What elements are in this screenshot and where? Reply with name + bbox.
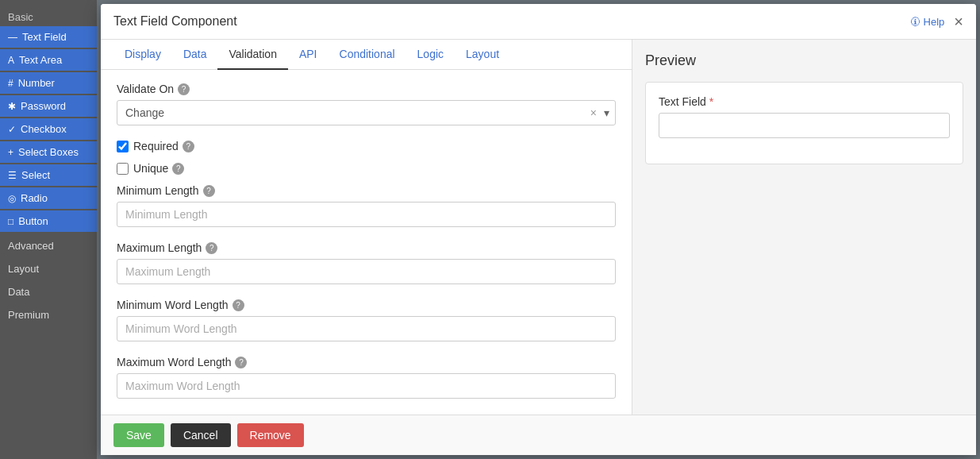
help-link[interactable]: 🛈 Help xyxy=(910,16,945,28)
sidebar-item-number[interactable]: # Number xyxy=(0,72,97,94)
sidebar-item-label: Button xyxy=(18,215,48,227)
sidebar-section-basic: Basic xyxy=(0,6,97,26)
max-length-input[interactable] xyxy=(117,259,616,284)
text-area-icon: A xyxy=(8,55,14,66)
min-length-label: Minimum Length ? xyxy=(117,184,616,197)
required-help-icon[interactable]: ? xyxy=(183,141,194,152)
sidebar-section-advanced[interactable]: Advanced xyxy=(0,233,97,256)
unique-group: Unique ? xyxy=(117,162,616,175)
min-word-length-group: Minimum Word Length ? xyxy=(117,299,616,341)
required-group: Required ? xyxy=(117,140,616,152)
max-word-length-input[interactable] xyxy=(117,373,616,399)
text-field-icon: — xyxy=(8,32,17,43)
sidebar-item-checkbox[interactable]: ✓ Checkbox xyxy=(0,118,97,140)
modal-header: Text Field Component 🛈 Help × xyxy=(101,4,976,40)
min-length-help-icon[interactable]: ? xyxy=(203,185,215,197)
unique-label[interactable]: Unique ? xyxy=(133,162,184,175)
sidebar-item-text-field[interactable]: — Text Field xyxy=(0,26,97,48)
sidebar-item-select-boxes[interactable]: + Select Boxes xyxy=(0,141,97,163)
max-length-group: Maximum Length ? xyxy=(117,241,616,284)
tab-display[interactable]: Display xyxy=(113,40,172,70)
tab-layout[interactable]: Layout xyxy=(455,40,510,70)
max-word-length-group: Maximum Word Length ? xyxy=(117,356,616,399)
max-length-help-icon[interactable]: ? xyxy=(206,242,217,254)
preview-field-label: Text Field * xyxy=(659,95,950,108)
min-length-group: Minimum Length ? xyxy=(117,184,616,227)
validate-on-label: Validate On ? xyxy=(117,83,616,95)
tab-data[interactable]: Data xyxy=(172,40,218,70)
max-length-label: Maximum Length ? xyxy=(117,241,616,254)
min-word-length-input[interactable] xyxy=(117,316,616,341)
select-boxes-icon: + xyxy=(8,147,13,158)
preview-title: Preview xyxy=(645,52,963,69)
max-word-length-label: Maximum Word Length ? xyxy=(117,356,616,368)
sidebar-item-password[interactable]: ✱ Password xyxy=(0,95,97,117)
form-content: Validate On ? Change Blur Server × ▾ xyxy=(101,70,632,415)
validate-on-help-icon[interactable]: ? xyxy=(178,83,190,95)
modal: Text Field Component 🛈 Help × Display Da… xyxy=(101,4,976,455)
preview-card: Text Field * xyxy=(645,82,963,164)
min-word-length-help-icon[interactable]: ? xyxy=(233,299,244,311)
preview-panel: Preview Text Field * xyxy=(632,40,976,415)
preview-text-input[interactable] xyxy=(659,113,950,138)
sidebar-item-label: Password xyxy=(21,100,66,112)
help-icon: 🛈 xyxy=(910,16,920,28)
close-button[interactable]: × xyxy=(954,14,963,29)
validate-on-select[interactable]: Change Blur Server xyxy=(117,100,616,125)
select-clear-icon[interactable]: × xyxy=(590,106,597,119)
remove-button[interactable]: Remove xyxy=(237,423,304,447)
unique-checkbox[interactable] xyxy=(117,163,129,175)
sidebar-item-label: Checkbox xyxy=(21,123,67,135)
sidebar-item-label: Radio xyxy=(21,192,48,204)
sidebar: Basic — Text Field A Text Area # Number … xyxy=(0,0,97,459)
sidebar-section-premium[interactable]: Premium xyxy=(0,303,97,326)
sidebar-item-label: Select Boxes xyxy=(18,146,79,158)
help-label: Help xyxy=(924,16,945,28)
tab-logic[interactable]: Logic xyxy=(406,40,455,70)
min-word-length-label: Minimum Word Length ? xyxy=(117,299,616,311)
modal-body: Display Data Validation API Conditional … xyxy=(101,40,976,415)
sidebar-section-data[interactable]: Data xyxy=(0,280,97,303)
required-label[interactable]: Required ? xyxy=(133,140,194,152)
unique-help-icon[interactable]: ? xyxy=(172,163,184,175)
modal-header-right: 🛈 Help × xyxy=(910,14,963,29)
cancel-button[interactable]: Cancel xyxy=(171,423,231,447)
form-panel: Display Data Validation API Conditional … xyxy=(101,40,632,415)
max-word-length-help-icon[interactable]: ? xyxy=(235,357,247,368)
tabs: Display Data Validation API Conditional … xyxy=(101,40,632,70)
sidebar-item-label: Select xyxy=(21,169,50,181)
validate-on-group: Validate On ? Change Blur Server × ▾ xyxy=(117,83,616,125)
min-length-input[interactable] xyxy=(117,202,616,227)
radio-icon: ◎ xyxy=(8,193,16,204)
button-icon: □ xyxy=(8,216,13,227)
modal-title: Text Field Component xyxy=(113,14,237,29)
select-icon: ☰ xyxy=(8,170,17,181)
password-icon: ✱ xyxy=(8,101,16,112)
number-icon: # xyxy=(8,78,13,89)
validate-on-select-wrapper: Change Blur Server × ▾ xyxy=(117,100,616,125)
sidebar-item-label: Text Field xyxy=(22,31,67,43)
modal-footer: Save Cancel Remove xyxy=(101,415,976,455)
sidebar-item-select[interactable]: ☰ Select xyxy=(0,164,97,186)
tab-validation[interactable]: Validation xyxy=(217,40,287,70)
modal-area: Text Field Component 🛈 Help × Display Da… xyxy=(97,0,980,459)
required-checkbox[interactable] xyxy=(117,141,129,152)
tab-api[interactable]: API xyxy=(288,40,329,70)
sidebar-item-label: Number xyxy=(18,77,55,89)
sidebar-section-layout[interactable]: Layout xyxy=(0,256,97,280)
save-button[interactable]: Save xyxy=(113,423,164,447)
checkbox-icon: ✓ xyxy=(8,124,16,135)
sidebar-item-label: Text Area xyxy=(19,54,62,66)
sidebar-item-radio[interactable]: ◎ Radio xyxy=(0,187,97,209)
sidebar-item-button[interactable]: □ Button xyxy=(0,210,97,232)
tab-conditional[interactable]: Conditional xyxy=(329,40,406,70)
preview-required-marker: * xyxy=(709,95,713,108)
sidebar-item-text-area[interactable]: A Text Area xyxy=(0,49,97,71)
